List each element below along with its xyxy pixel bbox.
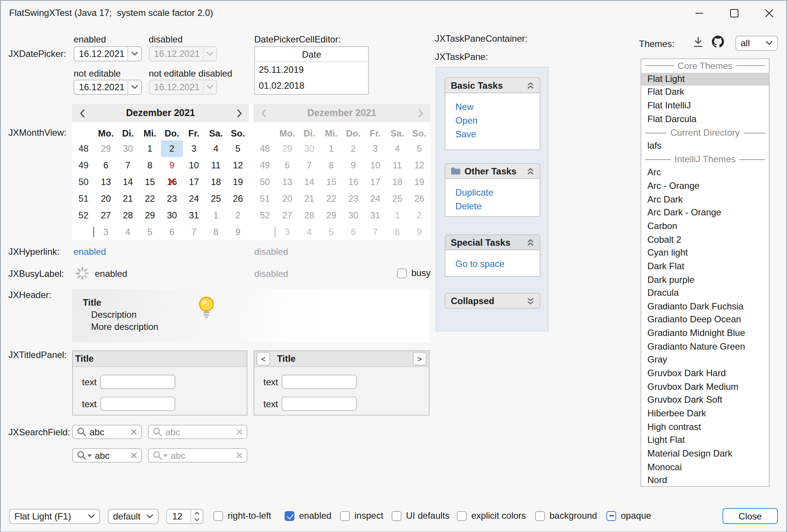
font-combo[interactable]: default xyxy=(108,508,159,524)
theme-filter-combo[interactable]: all xyxy=(735,36,778,51)
day-cell[interactable]: 22 xyxy=(139,190,161,207)
close-window-button[interactable] xyxy=(751,1,786,25)
day-cell[interactable]: 29 xyxy=(139,207,161,224)
day-cell[interactable]: 18 xyxy=(205,174,227,190)
theme-list-item[interactable]: Nord xyxy=(641,474,769,487)
theme-list-item[interactable]: Arc xyxy=(641,166,769,180)
checkbox-inspect[interactable]: inspect xyxy=(340,510,383,521)
day-cell[interactable]: 30 xyxy=(161,207,183,224)
theme-list-item[interactable]: lafs xyxy=(641,140,769,153)
theme-list-item[interactable]: Gray xyxy=(641,354,769,367)
next-month-button[interactable] xyxy=(231,104,247,122)
titled-panel-left-button[interactable]: < xyxy=(257,352,270,366)
day-cell[interactable]: 4 xyxy=(205,140,227,157)
theme-list-item[interactable]: High contrast xyxy=(641,421,769,434)
taskpane-header[interactable]: Collapsed xyxy=(445,293,540,309)
day-cell[interactable]: 3 xyxy=(183,140,205,157)
search-field-3[interactable]: abc xyxy=(72,448,142,463)
day-cell[interactable]: 23 xyxy=(161,190,183,207)
day-cell[interactable]: 17 xyxy=(183,174,205,190)
day-cell[interactable]: 15 xyxy=(139,174,161,190)
day-cell[interactable]: 25 xyxy=(205,190,227,207)
theme-list-item[interactable]: Arc Dark - Orange xyxy=(641,206,769,220)
titled-panel-right-button[interactable]: > xyxy=(413,352,427,366)
day-cell[interactable]: 9 xyxy=(161,157,183,174)
checkbox-explicit-colors[interactable]: explicit colors xyxy=(457,510,526,521)
theme-list-item[interactable]: Gradianto Deep Ocean xyxy=(641,314,769,327)
search-with-dropdown-icon[interactable] xyxy=(77,450,92,460)
day-cell[interactable]: 31 xyxy=(183,207,205,224)
day-cell[interactable]: 20 xyxy=(95,190,117,207)
minimize-button[interactable] xyxy=(682,1,716,25)
checkbox-opaque[interactable]: opaque xyxy=(606,510,651,521)
theme-list-item[interactable]: Flat IntelliJ xyxy=(641,99,769,113)
text-input[interactable] xyxy=(282,397,357,411)
text-input[interactable] xyxy=(100,375,175,389)
day-cell[interactable]: 5 xyxy=(227,140,249,157)
spinner-down-button[interactable] xyxy=(191,516,203,523)
hyperlink-enabled[interactable]: enabled xyxy=(74,246,106,257)
checkbox-right-to-left[interactable]: right-to-left xyxy=(213,510,271,521)
day-cell[interactable]: 8 xyxy=(139,157,161,174)
taskpane-link[interactable]: Save xyxy=(455,127,540,141)
download-icon[interactable] xyxy=(693,36,704,50)
day-cell[interactable]: 7 xyxy=(117,157,139,174)
day-cell[interactable]: 11 xyxy=(205,157,227,174)
close-button[interactable]: Close xyxy=(722,508,778,524)
theme-list-item[interactable]: Gradianto Midnight Blue xyxy=(641,327,769,340)
taskpane-link[interactable]: Delete xyxy=(455,199,540,213)
day-cell[interactable]: 9 xyxy=(227,224,249,240)
day-cell[interactable]: 29 xyxy=(95,140,117,157)
theme-list-item[interactable]: Gradianto Dark Fuchsia xyxy=(641,300,769,314)
search-input[interactable]: abc xyxy=(95,450,127,461)
day-cell[interactable]: 19 xyxy=(227,174,249,190)
theme-list-item[interactable]: Dark Flat xyxy=(641,260,769,273)
taskpane-link[interactable]: Go to space xyxy=(455,257,540,271)
clear-icon[interactable] xyxy=(131,428,137,435)
theme-list-item[interactable]: Monocai xyxy=(641,461,769,474)
text-input[interactable] xyxy=(100,397,175,411)
clear-icon[interactable] xyxy=(131,452,137,459)
theme-list-item[interactable]: Flat Dark xyxy=(641,86,769,99)
day-cell[interactable]: 4 xyxy=(117,224,139,240)
day-cell[interactable]: 1 xyxy=(139,140,161,157)
theme-list-item[interactable]: Hiberbee Dark xyxy=(641,407,769,421)
checkbox-background[interactable]: background xyxy=(535,510,597,521)
search-input[interactable]: abc xyxy=(90,427,127,437)
day-cell[interactable]: 1 xyxy=(205,207,227,224)
theme-list-item[interactable]: Cobalt 2 xyxy=(641,233,769,246)
day-cell[interactable]: 16 xyxy=(161,174,183,190)
theme-list-item[interactable]: Gradianto Nature Green xyxy=(641,341,769,354)
datepicker-enabled[interactable]: 16.12.2021 xyxy=(74,46,142,61)
day-cell[interactable]: 6 xyxy=(161,224,183,240)
day-cell[interactable]: 21 xyxy=(117,190,139,207)
day-cell[interactable]: 30 xyxy=(117,140,139,157)
checkbox-ui-defaults[interactable]: UI defaults xyxy=(392,510,450,521)
taskpane-header[interactable]: Basic Tasks xyxy=(445,77,540,93)
day-cell[interactable]: 8 xyxy=(205,224,227,240)
day-cell[interactable]: 7 xyxy=(183,224,205,240)
day-cell[interactable]: 2 xyxy=(227,207,249,224)
theme-list-item[interactable]: Light Flat xyxy=(641,434,769,447)
font-size-spinner[interactable]: 12 xyxy=(166,508,203,524)
day-cell[interactable]: 12 xyxy=(227,157,249,174)
search-field-1[interactable]: abc xyxy=(72,425,142,439)
theme-list-item[interactable]: Cyan light xyxy=(641,246,769,260)
day-cell[interactable]: 24 xyxy=(183,190,205,207)
day-cell[interactable]: 28 xyxy=(117,207,139,224)
chevron-down-icon[interactable] xyxy=(127,80,141,94)
table-row[interactable]: 25.11.2019 xyxy=(255,62,368,78)
maximize-button[interactable] xyxy=(716,1,751,25)
taskpane-header[interactable]: Special Tasks xyxy=(445,234,540,250)
theme-list-item[interactable]: Arc Dark xyxy=(641,193,769,206)
laf-combo[interactable]: Flat Light (F1) xyxy=(9,508,100,524)
chevron-down-icon[interactable] xyxy=(127,47,141,60)
theme-list-item[interactable]: Gruvbox Dark Medium xyxy=(641,381,769,394)
collapse-icon[interactable] xyxy=(527,167,534,175)
collapse-icon[interactable] xyxy=(527,82,534,89)
day-cell[interactable]: 3 xyxy=(95,224,117,240)
taskpane-link[interactable]: Duplicate xyxy=(455,186,540,199)
theme-list-item[interactable]: Flat Darcula xyxy=(641,113,769,126)
taskpane-header[interactable]: Other Tasks xyxy=(445,163,540,179)
day-cell[interactable]: 27 xyxy=(95,207,117,224)
